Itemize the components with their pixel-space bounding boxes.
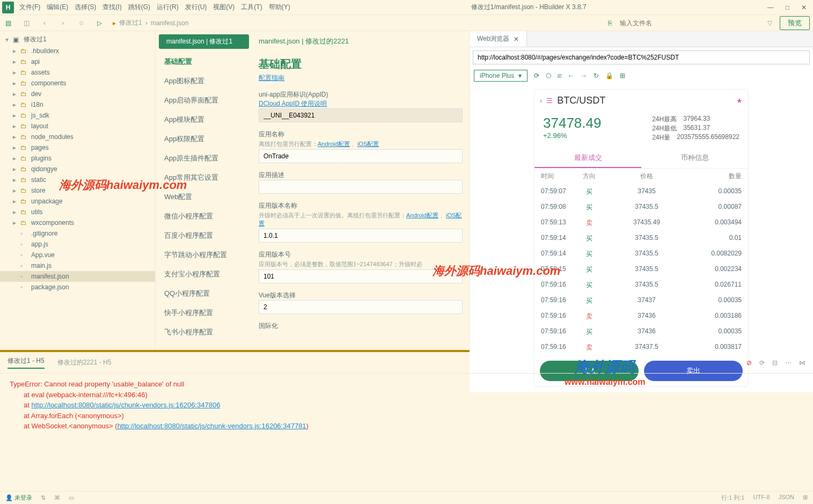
nav-item[interactable]: 基础配置	[156, 52, 252, 71]
device-selector[interactable]: iPhone Plus▾	[474, 70, 528, 82]
android-config-link2[interactable]: Android配置	[406, 212, 438, 218]
menu-edit[interactable]: 编辑(E)	[47, 3, 68, 12]
nav-item[interactable]: App权限配置	[156, 129, 252, 149]
star-icon[interactable]: ☆	[76, 18, 86, 28]
grid-icon[interactable]: ⊞	[620, 72, 625, 79]
url-input[interactable]	[473, 50, 810, 64]
tree-folder[interactable]: ▸🗀qidongye	[0, 164, 155, 174]
restart-icon[interactable]: ⟳	[759, 359, 765, 367]
nav-item[interactable]: Web配置	[156, 187, 252, 207]
file-search-input[interactable]	[620, 19, 759, 27]
nav-item[interactable]: App启动界面配置	[156, 91, 252, 110]
ios-config-link[interactable]: iOS配置	[357, 141, 379, 147]
nav-item[interactable]: 微信小程序配置	[156, 207, 252, 226]
vue-input[interactable]	[259, 300, 463, 314]
settings-icon[interactable]: ⋯	[785, 359, 792, 367]
tree-root-item[interactable]: ▾▣修改过1	[0, 33, 155, 46]
console-icon[interactable]: ▭	[69, 494, 74, 501]
minimize-icon[interactable]: —	[767, 4, 774, 11]
tree-folder[interactable]: ▸🗀store	[0, 185, 155, 196]
vcode-input[interactable]	[259, 269, 463, 283]
breadcrumb-project[interactable]: 修改过1	[119, 18, 142, 27]
tree-file[interactable]: ▫package.json	[0, 282, 155, 293]
nav-item[interactable]: 百度小程序配置	[156, 226, 252, 245]
maximize-icon[interactable]: □	[786, 4, 789, 11]
tree-folder[interactable]: ▸🗀node_modules	[0, 132, 155, 142]
tree-folder[interactable]: ▸🗀unpackage	[0, 196, 155, 207]
nav-item[interactable]: App模块配置	[156, 110, 252, 129]
console-tab-1[interactable]: 修改过1 - H5	[8, 356, 45, 369]
back-icon[interactable]: ‹	[540, 97, 542, 105]
tree-folder[interactable]: ▸🗀assets	[0, 67, 155, 78]
appname-input[interactable]	[259, 149, 463, 163]
tree-file[interactable]: ▫main.js	[0, 260, 155, 271]
preview-button[interactable]: 预览	[780, 16, 810, 30]
appid-input[interactable]	[259, 108, 463, 122]
tab-close-icon[interactable]: ✕	[514, 35, 519, 43]
stack-link[interactable]: http://localhost:8080/static/js/chunk-ve…	[31, 401, 220, 409]
breadcrumb-file[interactable]: manifest.json	[151, 19, 189, 27]
reload-icon[interactable]: ↻	[594, 72, 599, 79]
tree-folder[interactable]: ▸🗀static	[0, 174, 155, 185]
screenshot-icon[interactable]: ⎚	[558, 72, 561, 79]
nav-back-icon[interactable]: ←	[568, 72, 574, 79]
tree-folder[interactable]: ▸🗀components	[0, 78, 155, 89]
android-config-link[interactable]: Android配置	[318, 141, 350, 147]
stack-link[interactable]: http://localhost:8080/static/js/chunk-ve…	[118, 422, 306, 430]
tree-folder[interactable]: ▸🗀pages	[0, 142, 155, 153]
menu-icon[interactable]: ☰	[546, 97, 553, 105]
appid-hint-link[interactable]: DCloud AppID 使用说明	[259, 100, 327, 107]
tree-folder[interactable]: ▸🗀api	[0, 56, 155, 67]
tree-file[interactable]: ▫.gitignore	[0, 228, 155, 239]
close-icon[interactable]: ✕	[801, 4, 807, 11]
devtools-icon[interactable]: ⬡	[546, 72, 551, 79]
lock-icon[interactable]: 🔒	[605, 72, 613, 79]
menu-select[interactable]: 选择(S)	[75, 3, 96, 12]
login-status[interactable]: 👤 未登录	[5, 494, 32, 502]
nav-item[interactable]: App图标配置	[156, 71, 252, 91]
sync-icon[interactable]: ⇅	[41, 494, 46, 501]
encoding[interactable]: UTF-8	[753, 494, 770, 502]
rotate-icon[interactable]: ⟳	[534, 72, 539, 79]
back-icon[interactable]: ‹	[40, 18, 49, 28]
tree-file[interactable]: ▫app.js	[0, 239, 155, 250]
nav-item[interactable]: QQ小程序配置	[156, 284, 252, 303]
tree-folder[interactable]: ▸🗀dev	[0, 89, 155, 99]
tree-folder[interactable]: ▸🗀.hbuilderx	[0, 46, 155, 56]
nav-item[interactable]: App常用其它设置	[156, 168, 252, 187]
forward-icon[interactable]: ›	[58, 18, 68, 28]
menu-file[interactable]: 文件(F)	[19, 3, 40, 12]
tree-file[interactable]: ▫App.vue	[0, 250, 155, 260]
menu-publish[interactable]: 发行(U)	[185, 3, 207, 12]
terminal-icon[interactable]: ⌘	[54, 494, 60, 501]
tag-icon[interactable]: ◫	[21, 18, 31, 28]
tree-folder[interactable]: ▸🗀i18n	[0, 99, 155, 110]
tree-folder[interactable]: ▸🗀wxcomponents	[0, 217, 155, 228]
browser-tab[interactable]: Web浏览器✕	[470, 31, 527, 47]
filter-icon[interactable]: ▽	[765, 18, 774, 28]
expand-icon[interactable]: ⊟	[772, 359, 778, 367]
menu-find[interactable]: 查找(I)	[102, 3, 121, 12]
vname-input[interactable]	[259, 229, 463, 243]
menu-help[interactable]: 帮助(Y)	[269, 3, 290, 12]
nav-item[interactable]: 支付宝小程序配置	[156, 265, 252, 284]
nav-item[interactable]: 快手小程序配置	[156, 303, 252, 323]
open-file-icon[interactable]: ⎘	[605, 18, 614, 28]
favorite-icon[interactable]: ★	[736, 97, 743, 105]
tab-info[interactable]: 币种信息	[641, 149, 748, 168]
tree-folder[interactable]: ▸🗀js_sdk	[0, 110, 155, 121]
appdesc-input[interactable]	[259, 180, 463, 194]
nav-forward-icon[interactable]: →	[581, 72, 587, 79]
tab-trades[interactable]: 最新成交	[534, 149, 641, 168]
grid-icon[interactable]: ⊞	[803, 494, 808, 502]
run-icon[interactable]: ▷	[94, 18, 104, 28]
tree-file[interactable]: ▫manifest.json	[0, 271, 155, 282]
tree-folder[interactable]: ▸🗀layout	[0, 121, 155, 132]
new-file-icon[interactable]: ▤	[3, 18, 13, 28]
menu-view[interactable]: 视图(V)	[213, 3, 235, 12]
language-mode[interactable]: JSON	[779, 494, 794, 502]
tree-folder[interactable]: ▸🗀plugins	[0, 153, 155, 164]
nav-item[interactable]: 飞书小程序配置	[156, 323, 252, 342]
menu-run[interactable]: 运行(R)	[157, 3, 179, 12]
config-guide-link[interactable]: 配置指南	[259, 74, 284, 82]
